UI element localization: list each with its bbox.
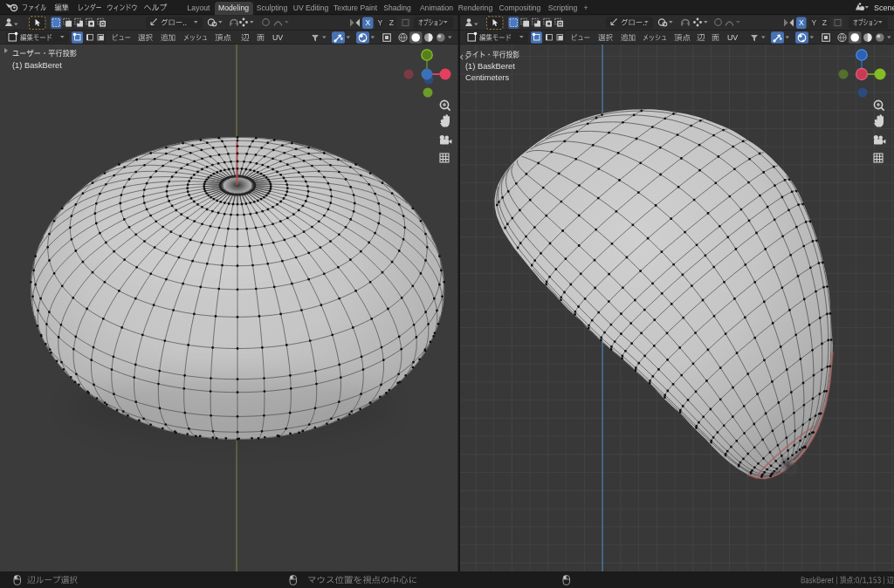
svg-text:Rendering: Rendering	[458, 3, 493, 12]
svg-text:Y: Y	[811, 18, 816, 27]
svg-text:(1) BaskBeret: (1) BaskBeret	[465, 62, 515, 71]
svg-text:Modeling: Modeling	[218, 3, 249, 12]
svg-text:Animation: Animation	[420, 3, 453, 12]
svg-text:Scene: Scene	[874, 3, 894, 12]
svg-text:X: X	[365, 18, 370, 27]
svg-text:Shading: Shading	[383, 3, 411, 12]
svg-text:UV Editing: UV Editing	[293, 3, 329, 12]
svg-text:Sculpting: Sculpting	[257, 3, 288, 12]
svg-text:(1) BaskBeret: (1) BaskBeret	[12, 61, 62, 70]
svg-text:Scripting: Scripting	[548, 3, 578, 12]
svg-text:Z: Z	[822, 18, 827, 27]
svg-text:X: X	[799, 18, 804, 27]
svg-text:+: +	[583, 3, 588, 12]
svg-text:Layout: Layout	[188, 3, 210, 12]
svg-text:Centimeters: Centimeters	[465, 73, 509, 82]
svg-text:UV: UV	[272, 33, 283, 42]
svg-text:Texture Paint: Texture Paint	[334, 3, 378, 12]
svg-text:Z: Z	[389, 18, 394, 27]
svg-text:Compositing: Compositing	[499, 3, 541, 12]
svg-text:Y: Y	[377, 18, 382, 27]
svg-text:UV: UV	[727, 33, 738, 42]
